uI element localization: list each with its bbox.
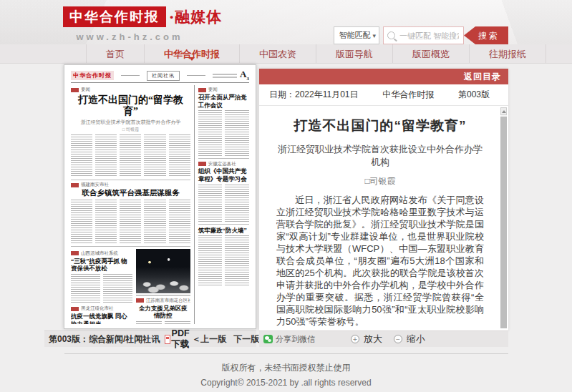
mini-side-headline-3[interactable]: 筑牢廉政“防火墙” bbox=[198, 227, 249, 235]
masthead-rule bbox=[121, 75, 140, 76]
issue-date: 日期：2022年11月01日 bbox=[269, 89, 359, 101]
mini-side-headline-1[interactable]: 召开全面从严治党工作会议 bbox=[198, 94, 249, 109]
simulated-text bbox=[136, 321, 190, 324]
site-logo[interactable]: 中华合作时报 ·融媒体 bbox=[63, 6, 222, 27]
nav-item-past-issues[interactable]: 往期报纸 bbox=[470, 44, 546, 63]
scrollbar-thumb[interactable] bbox=[500, 117, 507, 328]
newspaper-page-thumbnail[interactable]: 中华合作时报 社闻社讯 A3 要闻 打造不出国门的“留学教育” 浙江经贸职业技术… bbox=[64, 64, 256, 329]
footer-divider bbox=[64, 353, 508, 354]
search-icon bbox=[387, 31, 395, 39]
simulated-text bbox=[198, 110, 249, 156]
active-caret-icon bbox=[189, 57, 195, 64]
mini-masthead: 中华合作时报 社闻社讯 A3 bbox=[71, 70, 249, 83]
mini-article-tag: 要闻 bbox=[198, 87, 249, 92]
article-author: □司银霞 bbox=[276, 175, 484, 187]
mini-page-body: 要闻 打造不出国门的“留学教育” 浙江经贸职业技术学院首次获批中外合作办学 □ … bbox=[71, 85, 249, 324]
zoom-out-icon[interactable]: − bbox=[394, 335, 402, 343]
reader-info-row: 日期：2022年11月01日 中华合作时报 第003版 bbox=[259, 84, 508, 106]
mini-headline-3[interactable]: “三秋”抗疫两手抓 物资保供不放松 bbox=[71, 258, 132, 273]
mini-article-tag: 要闻 bbox=[71, 87, 190, 92]
photo-caption-line bbox=[136, 295, 190, 296]
mini-lower-split: 山西运城市社系统 “三秋”抗疫两手抓 物资保供不放松 黑龙江绥化市社 抗疫一线党… bbox=[71, 249, 190, 324]
page-number: 第003版 bbox=[458, 89, 490, 101]
mini-masthead-meta: A3 bbox=[213, 69, 249, 82]
red-label-icon bbox=[198, 88, 206, 92]
prev-page-button[interactable]: ＜上一版 bbox=[192, 333, 226, 346]
nav-item-page-overview[interactable]: 版面概览 bbox=[393, 44, 470, 63]
search-mode-value: 智能匹配 bbox=[339, 30, 370, 41]
mini-masthead-title: 中华合作时报 bbox=[71, 71, 114, 80]
back-to-contents-button[interactable]: 返回目录 bbox=[457, 71, 508, 83]
red-label-icon bbox=[198, 162, 206, 166]
article-content: 打造不出国门的“留学教育” 浙江经贸职业技术学院首次获批设立中外合作办学机构 □… bbox=[259, 106, 498, 330]
mini-headline-4[interactable]: 全力支援兄弟区疫情防控 bbox=[136, 305, 190, 320]
mini-side-column: 要闻 召开全面从严治党工作会议 安徽定远县社 组织《中国共产党章程》专题学习会 … bbox=[194, 85, 249, 324]
nav-item-zhongguo-nongzi[interactable]: 中国农资 bbox=[240, 44, 316, 63]
page-section-info: 第003版：综合新闻/社闻社讯 bbox=[49, 333, 160, 346]
red-label-icon bbox=[71, 88, 79, 92]
news-photo bbox=[136, 249, 190, 293]
nav-item-home[interactable]: 首页 bbox=[86, 44, 145, 63]
mini-lower-left: 山西运城市社系统 “三秋”抗疫两手抓 物资保供不放松 黑龙江绥化市社 抗疫一线党… bbox=[71, 249, 132, 324]
mini-side-headline-2[interactable]: 组织《中国共产党章程》专题学习会 bbox=[198, 167, 249, 182]
rule bbox=[198, 224, 249, 225]
mini-headline-main[interactable]: 打造不出国门的“留学教育” bbox=[71, 94, 190, 117]
site-header: 中华合作时报 ·融媒体 www.zh-hz.com 智能匹配 ▾ 搜索 bbox=[0, 0, 572, 44]
copyright-notice-en: Copyright© 2015-2021 by .all rights rese… bbox=[0, 378, 572, 388]
article-subtitle: 浙江经贸职业技术学院首次获批设立中外合作办学机构 bbox=[276, 143, 484, 169]
mini-date-lines bbox=[213, 74, 237, 78]
mini-article-tag: 山西运城市社系统 bbox=[71, 251, 132, 256]
red-label-icon bbox=[71, 307, 79, 311]
search-input[interactable] bbox=[398, 31, 460, 41]
site-url: www.zh-hz.com bbox=[69, 31, 190, 42]
copyright-notice-cn: 版权所有，未经书面授权禁止使用 bbox=[0, 362, 572, 374]
red-label-icon bbox=[71, 251, 79, 255]
mini-page-marker: A3 bbox=[240, 69, 249, 82]
left-toolbar: 第003版：综合新闻/社闻社讯 PDF下载 ＜上一版 下一版 ＞ bbox=[44, 330, 256, 347]
red-label-icon bbox=[71, 183, 79, 187]
search-box bbox=[383, 26, 464, 44]
reader-topbar: 返回目录 bbox=[259, 69, 508, 84]
article-paragraph: 近日，浙江省人民政府网站发布《关于同意设立浙江经贸职业技术学院哈格哈里亚数字技术… bbox=[276, 194, 484, 328]
mini-section-label: 社闻社讯 bbox=[147, 71, 180, 81]
mini-lower-right: 江苏南京市雨花台区社 全力支援兄弟区疫情防控 bbox=[136, 249, 190, 324]
masthead-rule bbox=[187, 75, 205, 76]
search-bar: 智能匹配 ▾ 搜索 bbox=[334, 26, 508, 44]
article-reader-panel: 返回目录 日期：2022年11月01日 中华合作时报 第003版 打造不出国门的… bbox=[259, 69, 508, 330]
rule bbox=[71, 246, 190, 247]
article-scrollbar[interactable] bbox=[500, 107, 507, 328]
share-wechat-button[interactable]: 分享到微信 bbox=[263, 334, 315, 345]
pdf-download-button[interactable]: PDF下载 bbox=[165, 328, 192, 351]
zoom-in-icon[interactable]: + bbox=[351, 335, 359, 343]
simulated-text bbox=[198, 235, 249, 285]
mini-article-tag: 江苏南京市雨花台区社 bbox=[136, 298, 190, 303]
pdf-icon bbox=[165, 335, 170, 344]
chevron-down-icon: ▾ bbox=[372, 32, 376, 39]
mini-headline-5[interactable]: 抗疫一线党旗飘 同心协力勇担当 bbox=[71, 313, 132, 324]
mini-subhead: 浙江经贸职业技术学院首次获批中外合作办学 bbox=[71, 119, 190, 126]
nav-item-page-nav[interactable]: 版面导航 bbox=[316, 44, 393, 63]
article-title: 打造不出国门的“留学教育” bbox=[276, 117, 484, 135]
mini-author: □ 司银霞 bbox=[71, 127, 190, 133]
page: 中华合作时报 ·融媒体 www.zh-hz.com 智能匹配 ▾ 搜索 首页 中… bbox=[0, 0, 572, 392]
mini-article-tag: 黑龙江绥化市社 bbox=[71, 306, 132, 311]
logo-text: 中华合作时报 bbox=[63, 6, 166, 27]
rule bbox=[71, 180, 190, 180]
main-nav: 首页 中华合作时报 中国农资 版面导航 版面概览 往期报纸 bbox=[0, 44, 572, 64]
zoom-in-button[interactable]: 放大 bbox=[364, 333, 382, 346]
simulated-text bbox=[198, 185, 249, 222]
mini-main-column: 要闻 打造不出国门的“留学教育” 浙江经贸职业技术学院首次获批中外合作办学 □ … bbox=[71, 85, 194, 324]
simulated-text bbox=[71, 274, 132, 304]
wechat-icon bbox=[263, 335, 273, 343]
search-mode-select[interactable]: 智能匹配 ▾ bbox=[334, 26, 379, 44]
zoom-out-button[interactable]: 缩小 bbox=[407, 333, 425, 346]
mini-article-tag: 福建南安市社 bbox=[71, 182, 190, 187]
right-toolbar: 分享到微信 + 放大 − 缩小 bbox=[259, 330, 508, 347]
simulated-text bbox=[71, 134, 190, 177]
nav-item-zhonghua-hezuo-shibao[interactable]: 中华合作时报 bbox=[145, 44, 240, 63]
mini-headline-2[interactable]: 联合乡镇筑平台强基层谋服务 bbox=[71, 189, 190, 198]
paper-name: 中华合作时报 bbox=[359, 89, 458, 101]
logo-suffix: ·融媒体 bbox=[169, 7, 222, 27]
scrollbar-up-icon[interactable] bbox=[500, 107, 507, 115]
search-button[interactable]: 搜索 bbox=[464, 26, 508, 44]
